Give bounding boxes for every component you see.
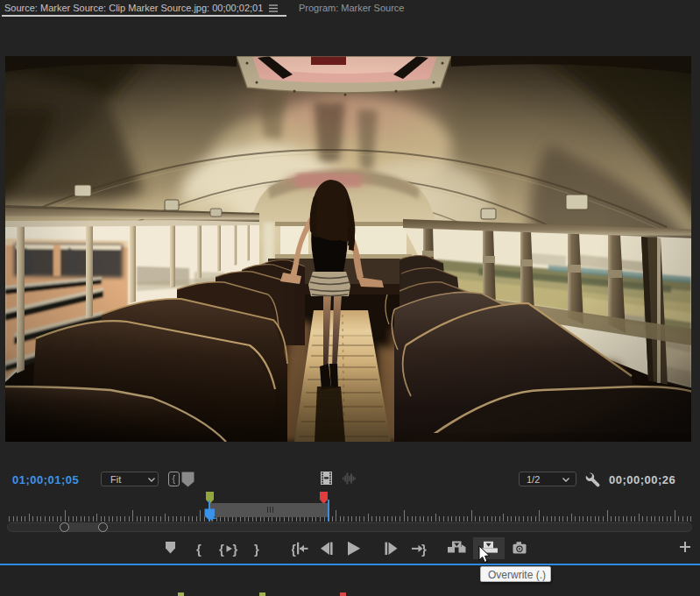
svg-text:}: } [421, 542, 427, 557]
svg-text:{: { [292, 542, 296, 557]
svg-text:{: { [219, 542, 224, 557]
svg-text:}: } [254, 542, 259, 557]
svg-text:{: { [196, 542, 202, 557]
svg-text:}: } [233, 542, 238, 557]
